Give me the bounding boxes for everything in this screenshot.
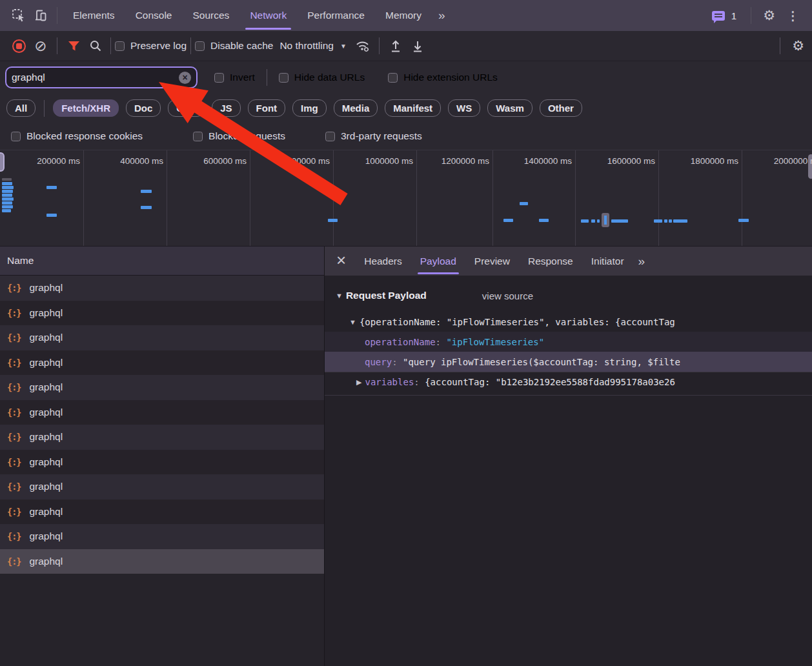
- json-icon: {:}: [7, 358, 21, 368]
- hide-data-urls-group: Hide data URLs: [279, 72, 365, 83]
- advanced-filter-row: Blocked response cookies Blocked request…: [0, 123, 812, 150]
- filter-input[interactable]: [12, 72, 179, 83]
- request-row[interactable]: {:}graphql: [0, 276, 324, 301]
- detail-tab-headers[interactable]: Headers: [355, 247, 411, 276]
- filter-chip-media[interactable]: Media: [334, 99, 378, 117]
- tab-elements[interactable]: Elements: [63, 0, 125, 31]
- timeline-overview[interactable]: 200000 ms400000 ms600000 ms800000 ms1000…: [0, 150, 812, 247]
- disable-cache-checkbox[interactable]: [195, 41, 205, 51]
- payload-root-node[interactable]: ▼ {operationName: "ipFlowTimeseries", va…: [325, 312, 812, 332]
- hide-extension-urls-label: Hide extension URLs: [403, 72, 498, 83]
- request-row[interactable]: {:}graphql: [0, 301, 324, 326]
- filter-funnel-icon[interactable]: [63, 35, 85, 57]
- payload-row-operation-name[interactable]: operationName: "ipFlowTimeseries": [325, 332, 812, 352]
- tab-sources[interactable]: Sources: [183, 0, 240, 31]
- invert-checkbox[interactable]: [214, 73, 224, 83]
- payload-row-query[interactable]: query: "query ipFlowTimeseries($accountT…: [325, 352, 812, 372]
- hide-data-urls-checkbox[interactable]: [279, 73, 289, 83]
- request-row[interactable]: {:}graphql: [0, 350, 324, 376]
- filter-chip-js[interactable]: JS: [212, 99, 240, 117]
- third-party-requests-checkbox[interactable]: [325, 132, 335, 141]
- detail-tab-initiator[interactable]: Initiator: [582, 247, 633, 276]
- filter-chip-other[interactable]: Other: [540, 99, 582, 117]
- kebab-menu-icon[interactable]: ⋮: [782, 8, 804, 23]
- request-row[interactable]: {:}graphql: [0, 375, 324, 400]
- view-source-link[interactable]: view source: [482, 290, 533, 301]
- payload-row-variables[interactable]: ▶ variables: {accountTag: "b12e3b2192ee5…: [325, 372, 812, 392]
- tab-memory[interactable]: Memory: [375, 0, 432, 31]
- tab-performance[interactable]: Performance: [297, 0, 375, 31]
- timeline-tick-label: 2000000 ms: [744, 156, 812, 166]
- throttling-select[interactable]: No throttling ▼: [279, 40, 346, 52]
- close-icon[interactable]: ×: [329, 252, 355, 271]
- clear-network-log-icon[interactable]: ⊘: [30, 35, 52, 57]
- timeline-gridline: [492, 150, 493, 246]
- request-row[interactable]: {:}graphql: [0, 474, 324, 500]
- blocked-response-cookies-checkbox[interactable]: [11, 132, 21, 141]
- json-icon: {:}: [7, 283, 21, 293]
- import-har-icon[interactable]: [385, 35, 407, 57]
- json-icon: {:}: [7, 432, 21, 442]
- record-button[interactable]: [8, 35, 30, 57]
- timeline-gridline: [742, 150, 742, 246]
- inspect-element-icon[interactable]: [8, 5, 30, 26]
- blocked-requests-checkbox[interactable]: [193, 132, 203, 141]
- timeline-gridline: [250, 150, 250, 246]
- issues-bubble-icon[interactable]: [712, 11, 725, 21]
- tab-console[interactable]: Console: [125, 0, 183, 31]
- filter-chip-manifest[interactable]: Manifest: [385, 99, 441, 117]
- marker-core: [604, 216, 607, 225]
- disable-cache-label: Disable cache: [210, 40, 273, 52]
- request-row[interactable]: {:}graphql: [0, 549, 324, 574]
- throttling-value: No throttling: [279, 40, 334, 52]
- json-icon: {:}: [7, 407, 21, 418]
- filter-chip-doc[interactable]: Doc: [126, 99, 161, 117]
- hide-extension-urls-checkbox[interactable]: [388, 73, 398, 83]
- third-party-requests-group: 3rd-party requests: [325, 130, 422, 142]
- network-settings-gear-icon[interactable]: ⚙: [792, 38, 804, 54]
- filter-row: × Invert Hide data URLs Hide extension U…: [0, 61, 812, 94]
- issues-count: 1: [731, 10, 736, 21]
- request-row[interactable]: {:}graphql: [0, 325, 324, 350]
- request-row[interactable]: {:}graphql: [0, 400, 324, 425]
- clear-filter-icon[interactable]: ×: [179, 72, 191, 84]
- json-icon: {:}: [7, 481, 21, 492]
- divider: [44, 100, 45, 117]
- settings-gear-icon[interactable]: ⚙: [763, 8, 775, 23]
- detail-tab-preview[interactable]: Preview: [465, 247, 519, 276]
- name-column-header[interactable]: Name: [0, 247, 324, 276]
- device-toolbar-icon[interactable]: [30, 5, 52, 26]
- filter-chip-wasm[interactable]: Wasm: [487, 99, 533, 117]
- divider: [751, 7, 751, 24]
- request-row[interactable]: {:}graphql: [0, 450, 324, 475]
- request-row[interactable]: {:}graphql: [0, 500, 324, 525]
- filter-chip-css[interactable]: CSS: [168, 99, 205, 117]
- filter-chip-font[interactable]: Font: [248, 99, 285, 117]
- request-payload-section[interactable]: ▼ Request Payload view source: [325, 287, 812, 305]
- request-row[interactable]: {:}graphql: [0, 524, 324, 549]
- timeline-bar: [2, 190, 13, 193]
- tab-network[interactable]: Network: [239, 0, 297, 31]
- filter-chip-fetch-xhr[interactable]: Fetch/XHR: [53, 99, 119, 117]
- preserve-log-checkbox[interactable]: [115, 41, 125, 51]
- detail-tab-response[interactable]: Response: [519, 247, 582, 276]
- filter-chip-ws[interactable]: WS: [448, 99, 480, 117]
- timeline-gridline: [83, 150, 84, 246]
- export-har-icon[interactable]: [407, 35, 429, 57]
- more-tabs-icon[interactable]: »: [432, 8, 453, 23]
- filter-chip-img[interactable]: Img: [292, 99, 327, 117]
- more-detail-tabs-icon[interactable]: »: [633, 254, 652, 268]
- filter-chip-all[interactable]: All: [6, 99, 36, 117]
- timeline-tick-label: 1200000 ms: [412, 156, 489, 166]
- timeline-bar: [46, 214, 57, 217]
- request-name: graphql: [29, 456, 63, 468]
- preserve-log-label: Preserve log: [130, 40, 187, 52]
- timeline-bar: [328, 219, 338, 222]
- divider: [110, 37, 111, 54]
- search-icon[interactable]: [85, 35, 107, 57]
- request-rows: {:}graphql{:}graphql{:}graphql{:}graphql…: [0, 276, 324, 574]
- request-row[interactable]: {:}graphql: [0, 425, 324, 450]
- network-conditions-icon[interactable]: [352, 35, 374, 57]
- detail-tab-payload[interactable]: Payload: [411, 247, 465, 276]
- network-toolbar: ⊘ Preserve log Disable cache No throttli…: [0, 31, 812, 61]
